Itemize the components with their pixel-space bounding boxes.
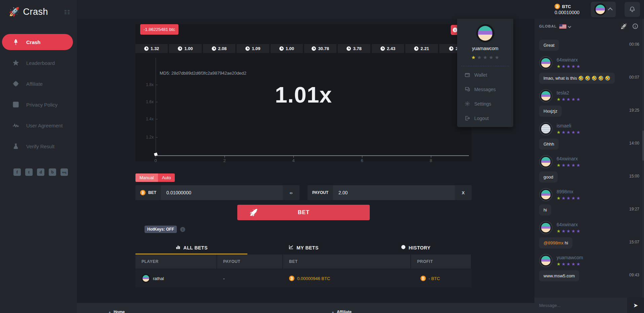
twitter-icon[interactable]: t: [25, 168, 33, 176]
discord-icon[interactable]: d: [37, 168, 44, 176]
logout-icon: [465, 115, 470, 121]
message-time: 00:06: [629, 42, 639, 47]
logo[interactable]: 🚀 Crash: [0, 0, 77, 21]
mention[interactable]: @8998mx: [544, 240, 563, 245]
chat-avatar: [539, 254, 553, 267]
column-header-payout: PAYOUT: [217, 255, 283, 269]
bet-mode-tab-manual[interactable]: Manual: [135, 173, 158, 182]
send-message-button[interactable]: ➤: [627, 298, 644, 313]
chat-panel: GLOBAL 🚀 i Great00:0664xwinarx★★★★★lmao,…: [534, 0, 644, 313]
sidebar-item-user-agreement[interactable]: User Agreement: [2, 117, 73, 133]
chat-username[interactable]: 64xwinarx: [557, 57, 580, 63]
message-bubble: hi: [539, 204, 551, 216]
rocket-logo-icon: 🚀: [9, 7, 19, 17]
chat-message-input[interactable]: [534, 298, 627, 313]
username: yuamawcom: [472, 46, 498, 51]
clock-icon: [401, 244, 406, 251]
history-chip[interactable]: 2.21: [405, 44, 438, 53]
wallet-balance[interactable]: ₿ BTC 0.00010000: [555, 4, 579, 15]
sidebar-item-privacy-policy[interactable]: Privacy Policy: [2, 96, 73, 113]
chat-message: Great00:06: [539, 40, 639, 51]
user-rating-stars: ★★★★★: [557, 64, 580, 69]
x-axis-tick: 2: [223, 158, 226, 163]
history-chip[interactable]: 2.43: [372, 44, 404, 53]
sidebar: 🚀 Crash CrashLeaderboardAffiliatePrivacy…: [0, 0, 77, 313]
sidebar-item-label: Verify Result: [26, 144, 54, 149]
y-axis-tick: 1.4x: [146, 117, 154, 121]
bet-swap-button[interactable]: ‹›: [283, 185, 299, 200]
chat-username[interactable]: 8998mx: [557, 189, 580, 194]
tab-my-bets[interactable]: MY BETS: [247, 242, 359, 255]
message-bubble: Hxxjzjz: [539, 106, 562, 117]
tab-all-bets[interactable]: ALL BETS: [135, 242, 247, 255]
facebook-icon[interactable]: f: [13, 168, 21, 176]
history-chip[interactable]: 1.32: [135, 44, 168, 53]
chat-message: ismaeli★★★★★Ghhh14:00: [539, 122, 639, 150]
message-time: 15:07: [629, 240, 639, 244]
footer-link-home[interactable]: ▲ Home: [108, 310, 125, 313]
sidebar-item-crash[interactable]: Crash: [2, 34, 73, 50]
chat-username[interactable]: tesla2: [557, 90, 580, 95]
tab-history[interactable]: HISTORY: [360, 242, 472, 255]
user-avatar: [594, 3, 606, 15]
payout-input[interactable]: [333, 185, 455, 200]
chat-rocket-icon[interactable]: 🚀: [620, 23, 627, 30]
chat-username[interactable]: 64xwinarx: [557, 156, 580, 161]
chat-username[interactable]: ismaeli: [557, 123, 580, 128]
sidebar-item-verify-result[interactable]: Verify Result: [2, 138, 73, 154]
x-axis-tick: 0: [154, 158, 157, 163]
hotkeys-toggle[interactable]: HotKeys: OFF: [145, 226, 177, 233]
notifications-button[interactable]: [625, 2, 640, 17]
menu-item-logout[interactable]: Logout: [457, 111, 513, 125]
chat-avatar: [539, 188, 553, 201]
dribbble-icon[interactable]: b: [49, 168, 56, 176]
message-bubble: good: [539, 171, 558, 183]
chat-channel-selector[interactable]: GLOBAL: [539, 24, 557, 28]
mq-icon[interactable]: mq: [61, 168, 68, 176]
message-bubble: Ghhh: [539, 139, 559, 150]
menu-item-messages[interactable]: Messages: [457, 82, 513, 96]
history-chip[interactable]: 1.00: [169, 44, 201, 53]
user-menu-button[interactable]: [591, 2, 616, 17]
pulse-icon: [12, 122, 19, 129]
chat-info-icon[interactable]: i: [633, 24, 638, 29]
chat-avatar: [539, 56, 553, 70]
menu-item-settings[interactable]: Settings: [457, 96, 513, 111]
hamburger-menu-icon[interactable]: [63, 8, 71, 16]
column-header-bet: BET: [283, 255, 411, 269]
sidebar-item-affiliate[interactable]: Affiliate: [2, 76, 73, 92]
chevron-down-icon[interactable]: [568, 25, 571, 28]
current-multiplier: 1.01x: [135, 82, 472, 108]
message-time: 00:07: [629, 75, 639, 80]
flask-icon: [12, 143, 19, 150]
history-chip[interactable]: 2.08: [203, 44, 235, 53]
user-rating-stars: ★★★★★: [557, 262, 583, 267]
sidebar-nav: CrashLeaderboardAffiliatePrivacy PolicyU…: [0, 34, 77, 154]
history-chip[interactable]: 30.78: [304, 44, 336, 53]
history-chip[interactable]: 3.78: [338, 44, 370, 53]
hotkeys-info-icon[interactable]: i: [180, 227, 185, 232]
chat-message: 64xwinarx★★★★★good15:00: [539, 155, 639, 183]
chat-username[interactable]: yuamawcom: [557, 255, 583, 260]
bet-mode-tab-auto[interactable]: Auto: [158, 173, 175, 182]
table-row[interactable]: rathal-₿0.00000946 BTC₿- BTC: [135, 269, 472, 287]
history-chip[interactable]: 1.09: [237, 44, 269, 53]
sidebar-item-label: Crash: [26, 39, 41, 45]
bitcoin-icon: ₿: [289, 276, 294, 281]
bell-icon: [629, 6, 636, 13]
chat-avatar: [539, 221, 553, 234]
messages-icon: [465, 86, 470, 92]
chat-message: 64xwinarx★★★★★lmao, what is this 🤣 🤣 🤣 🤣…: [539, 56, 639, 84]
column-header-player: PLAYER: [135, 255, 217, 269]
round-clock-icon: [312, 46, 316, 51]
sidebar-item-leaderboard[interactable]: Leaderboard: [2, 55, 73, 71]
round-clock-icon: [144, 46, 149, 51]
bet-amount-input[interactable]: [161, 185, 283, 200]
menu-item-wallet[interactable]: Wallet: [457, 68, 513, 82]
chat-scrollbar[interactable]: [642, 19, 644, 298]
footer-link-affiliate[interactable]: ▲ Affiliate: [331, 310, 352, 313]
chat-username[interactable]: 64xwinarx: [557, 222, 580, 227]
history-chip[interactable]: 1.00: [271, 44, 303, 53]
x-axis-tick: 6: [361, 158, 363, 163]
bet-button[interactable]: 🚀 BET: [237, 205, 370, 220]
